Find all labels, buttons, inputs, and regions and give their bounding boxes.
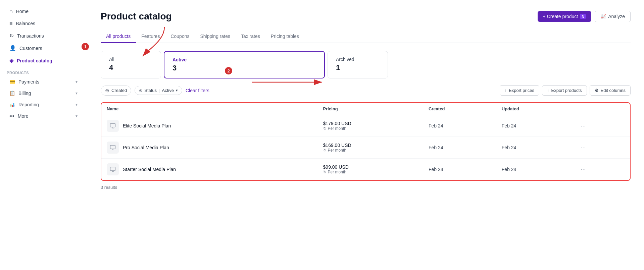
tabs-bar: All products Features Coupons Shipping r… xyxy=(101,30,631,43)
tab-features[interactable]: Features xyxy=(136,30,165,43)
filter-status[interactable]: ⊗ Status | Active ▾ xyxy=(135,86,182,95)
more-chevron: ▾ xyxy=(76,114,78,118)
billing-chevron: ▾ xyxy=(76,91,78,96)
create-product-label: + Create product xyxy=(543,14,578,19)
filter-created[interactable]: ⊕ Created xyxy=(101,86,131,96)
row-starter-icon xyxy=(107,163,119,175)
row-pro-pricing-cell: $169.00 USD ↻ Per month xyxy=(318,137,423,159)
row-pro-icon xyxy=(107,142,119,154)
card-archived-count: 1 xyxy=(336,63,380,72)
filter-status-separator: | xyxy=(159,88,160,93)
svg-rect-2 xyxy=(110,167,115,171)
sidebar-item-billing[interactable]: 📋 Billing ▾ xyxy=(3,88,84,99)
card-all-label: All xyxy=(109,57,153,62)
page-header: Product catalog + Create product N 📈 Ana… xyxy=(101,11,631,22)
export-products-icon: ↑ xyxy=(547,88,549,93)
sidebar: ⌂ Home ≡ Balances ↻ Transactions 👤 Custo… xyxy=(0,0,87,270)
reporting-chevron: ▾ xyxy=(76,102,78,107)
page-title: Product catalog xyxy=(101,11,172,22)
create-product-button[interactable]: + Create product N xyxy=(538,11,592,22)
export-prices-button[interactable]: ↑ Export prices xyxy=(500,85,539,96)
status-card-active[interactable]: Active 3 2 xyxy=(164,51,325,78)
row-pro-updated: Feb 24 xyxy=(496,137,573,159)
row-elite-more-button[interactable]: ··· xyxy=(578,121,588,131)
table-row[interactable]: Starter Social Media Plan $99.00 USD ↻ P… xyxy=(101,159,630,180)
tab-pricing-tables[interactable]: Pricing tables xyxy=(265,30,304,43)
col-header-updated: Updated xyxy=(496,103,573,115)
products-table: Name Pricing Created Updated xyxy=(101,103,630,180)
col-header-actions xyxy=(573,103,630,115)
row-pro-name: Pro Social Media Plan xyxy=(123,145,169,150)
analyze-label: Analyze xyxy=(608,14,625,19)
reporting-icon: 📊 xyxy=(9,102,15,107)
row-starter-updated: Feb 24 xyxy=(496,159,573,180)
sidebar-item-reporting[interactable]: 📊 Reporting ▾ xyxy=(3,99,84,110)
card-archived-label: Archived xyxy=(336,57,380,62)
sidebar-item-balances[interactable]: ≡ Balances xyxy=(3,18,84,29)
row-starter-created: Feb 24 xyxy=(423,159,496,180)
filter-created-plus-icon: ⊕ xyxy=(105,88,109,94)
row-elite-pricing-cell: $179.00 USD ↻ Per month xyxy=(318,115,423,137)
row-starter-name: Starter Social Media Plan xyxy=(123,167,176,172)
row-elite-icon xyxy=(107,120,119,132)
table-row[interactable]: Elite Social Media Plan $179.00 USD ↻ Pe… xyxy=(101,115,630,137)
row-pro-actions-cell: ··· xyxy=(573,137,630,159)
sidebar-item-transactions[interactable]: ↻ Transactions xyxy=(3,30,84,42)
filters-bar: ⊕ Created ⊗ Status | Active ▾ Clear filt… xyxy=(101,85,631,96)
filter-status-chevron: ▾ xyxy=(176,88,178,93)
row-pro-more-button[interactable]: ··· xyxy=(578,143,588,153)
row-elite-name: Elite Social Media Plan xyxy=(123,123,171,128)
filter-status-x-icon: ⊗ xyxy=(139,88,142,93)
row-starter-pricing-main: $99.00 USD xyxy=(323,164,418,170)
card-all-count: 4 xyxy=(109,63,153,72)
edit-columns-icon: ⚙ xyxy=(595,88,599,93)
payments-icon: 💳 xyxy=(9,79,15,85)
home-icon: ⌂ xyxy=(9,8,13,14)
analyze-icon: 📈 xyxy=(600,14,606,19)
svg-rect-1 xyxy=(110,145,115,149)
annotation-circle-2: 2 xyxy=(225,67,232,74)
edit-columns-button[interactable]: ⚙ Edit columns xyxy=(590,85,631,96)
filter-actions: ↑ Export prices ↑ Export products ⚙ Edit… xyxy=(500,85,631,96)
sidebar-item-product-catalog[interactable]: ◈ Product catalog xyxy=(3,55,84,66)
table-header-row: Name Pricing Created Updated xyxy=(101,103,630,115)
col-header-created: Created xyxy=(423,103,496,115)
row-elite-name-cell: Elite Social Media Plan xyxy=(101,115,318,137)
main-content: Product catalog + Create product N 📈 Ana… xyxy=(87,0,644,270)
customers-icon: 👤 xyxy=(9,45,16,51)
filter-status-label: Status xyxy=(144,88,157,93)
row-elite-pricing-main: $179.00 USD xyxy=(323,121,418,126)
row-pro-pricing-sub: ↻ Per month xyxy=(323,148,418,153)
card-active-count: 3 xyxy=(172,64,316,72)
export-products-button[interactable]: ↑ Export products xyxy=(542,85,587,96)
col-header-name: Name xyxy=(101,103,318,115)
sidebar-item-more[interactable]: ••• More ▾ xyxy=(3,111,84,121)
sidebar-item-customers[interactable]: 👤 Customers 1 xyxy=(3,42,84,54)
transactions-icon: ↻ xyxy=(9,33,14,39)
analyze-button[interactable]: 📈 Analyze xyxy=(595,11,631,22)
table-row[interactable]: Pro Social Media Plan $169.00 USD ↻ Per … xyxy=(101,137,630,159)
status-card-all[interactable]: All 4 xyxy=(101,51,161,78)
header-actions: + Create product N 📈 Analyze xyxy=(538,11,631,22)
filter-status-value: Active xyxy=(162,88,174,93)
row-starter-actions-cell: ··· xyxy=(573,159,630,180)
sidebar-item-home[interactable]: ⌂ Home xyxy=(3,6,84,17)
edit-columns-label: Edit columns xyxy=(601,88,626,93)
tab-shipping-rates[interactable]: Shipping rates xyxy=(195,30,236,43)
product-catalog-icon: ◈ xyxy=(9,57,13,64)
products-table-container: Name Pricing Created Updated xyxy=(101,102,631,181)
clear-filters-button[interactable]: Clear filters xyxy=(186,88,209,93)
export-prices-label: Export prices xyxy=(509,88,534,93)
tab-coupons[interactable]: Coupons xyxy=(165,30,195,43)
tab-all-products[interactable]: All products xyxy=(101,30,136,43)
sidebar-section-products: Products xyxy=(0,67,87,76)
tab-tax-rates[interactable]: Tax rates xyxy=(236,30,265,43)
col-header-pricing: Pricing xyxy=(318,103,423,115)
sidebar-item-payments[interactable]: 💳 Payments ▾ xyxy=(3,76,84,87)
export-prices-icon: ↑ xyxy=(505,88,507,93)
create-product-badge: N xyxy=(580,14,586,19)
row-starter-pricing-cell: $99.00 USD ↻ Per month xyxy=(318,159,423,180)
row-starter-more-button[interactable]: ··· xyxy=(578,165,588,174)
row-starter-name-cell: Starter Social Media Plan xyxy=(101,159,318,180)
status-card-archived[interactable]: Archived 1 xyxy=(328,51,388,78)
